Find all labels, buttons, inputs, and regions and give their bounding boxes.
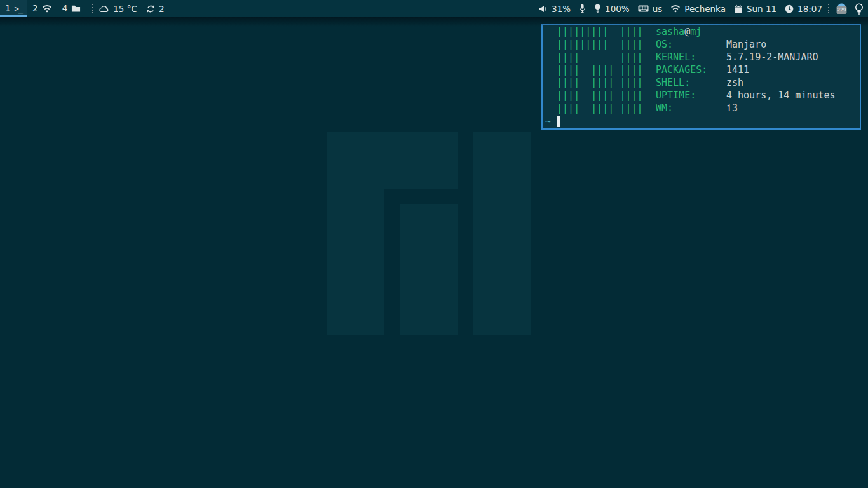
refresh-icon	[146, 4, 155, 13]
wifi-icon	[42, 4, 52, 13]
ascii-logo-line: |||| |||| ||||	[545, 89, 656, 102]
speaker-icon	[539, 5, 548, 13]
cloud-icon	[98, 5, 109, 13]
updates-widget[interactable]: 2	[146, 0, 165, 17]
clock-icon	[785, 4, 794, 13]
volume-level: 31%	[552, 4, 571, 14]
ascii-logo-line: |||| |||| ||||	[545, 76, 656, 89]
manjaro-logo-top-bar	[384, 132, 458, 189]
workspace-4-button[interactable]: 4	[57, 0, 86, 17]
time-value: 18:07	[797, 4, 822, 14]
fetch-label: SHELL:	[656, 76, 726, 89]
fetch-row: |||| |||| KERNEL: 5.7.19-2-MANJARO	[545, 51, 860, 64]
shell-prompt: ~	[545, 114, 860, 128]
fetch-row: |||| |||| |||| SHELL: zsh	[545, 76, 860, 89]
terminal-prompt-icon: >_	[15, 4, 22, 13]
wifi-icon	[670, 4, 681, 13]
fetch-label: WM:	[656, 102, 726, 114]
bar-separator	[92, 4, 93, 13]
fetch-hostname: mj	[690, 26, 702, 37]
prompt-path: ~	[545, 115, 551, 128]
microphone-icon	[579, 4, 586, 13]
manjaro-logo-right-bar	[473, 132, 531, 335]
bar-separator	[828, 4, 829, 13]
messenger-unread-count: 229	[837, 7, 846, 13]
workspace-2-label: 2	[32, 4, 38, 13]
fetch-label: OS:	[656, 38, 726, 51]
weather-widget[interactable]: 15 °C	[98, 0, 137, 17]
lamp-icon[interactable]	[855, 3, 864, 15]
fetch-row: |||| |||| |||| PACKAGES: 1411	[545, 64, 860, 76]
desktop: 1 >_ 2 4 15 °C	[0, 0, 868, 488]
date-value: Sun 11	[747, 4, 776, 14]
wifi-widget[interactable]: Pechenka	[670, 4, 726, 14]
fetch-value: zsh	[726, 76, 743, 89]
manjaro-logo-left-bar	[327, 132, 384, 335]
brightness-widget[interactable]: 100%	[594, 4, 630, 14]
ascii-logo-line: |||| ||||	[545, 51, 656, 64]
keyboard-layout-value: us	[653, 4, 663, 14]
fetch-user-host: sasha@mj	[656, 25, 726, 38]
fetch-row: |||| |||| |||| WM: i3	[545, 102, 860, 114]
wifi-network-name: Pechenka	[684, 4, 726, 14]
workspace-4-label: 4	[62, 4, 68, 13]
microphone-widget[interactable]	[579, 4, 586, 13]
fetch-at-sign: @	[684, 26, 690, 37]
workspace-switcher: 1 >_ 2 4	[0, 0, 86, 17]
fetch-value: 5.7.19-2-MANJARO	[726, 51, 818, 64]
fetch-row: |||| |||| |||| UPTIME: 4 hours, 14 minut…	[545, 89, 860, 102]
fetch-label: UPTIME:	[656, 89, 726, 102]
terminal-window[interactable]: ||||||||| |||| sasha@mj ||||||||| |||| O…	[541, 24, 861, 130]
keyboard-icon	[638, 5, 649, 12]
workspace-2-button[interactable]: 2	[27, 0, 57, 17]
ascii-logo-line: ||||||||| ||||	[545, 25, 656, 38]
messenger-tray-icon[interactable]: 229	[835, 3, 848, 15]
calendar-icon	[734, 4, 743, 13]
terminal-cursor	[557, 116, 560, 127]
fetch-username: sasha	[656, 26, 684, 37]
fetch-label: PACKAGES:	[656, 64, 726, 76]
system-tray: 229	[835, 3, 864, 15]
fetch-value: 4 hours, 14 minutes	[726, 89, 836, 102]
manjaro-logo-middle-bar	[400, 204, 458, 335]
folder-icon	[71, 4, 81, 13]
clock-widget[interactable]: 18:07	[785, 4, 822, 14]
date-widget[interactable]: Sun 11	[734, 4, 776, 14]
ascii-logo-line: |||| |||| ||||	[545, 102, 656, 114]
fetch-label: KERNEL:	[656, 51, 726, 64]
ascii-logo-line: |||| |||| ||||	[545, 64, 656, 76]
workspace-1-button[interactable]: 1 >_	[0, 0, 27, 17]
keyboard-layout-widget[interactable]: us	[638, 4, 663, 14]
brightness-level: 100%	[605, 4, 630, 14]
updates-count: 2	[159, 4, 165, 14]
status-area: 31% 100% us	[539, 0, 868, 17]
fetch-value: Manjaro	[726, 38, 766, 51]
workspace-1-label: 1	[5, 4, 11, 13]
fetch-row: ||||||||| |||| OS: Manjaro	[545, 38, 860, 51]
volume-widget[interactable]: 31%	[539, 4, 571, 14]
fetch-value: i3	[726, 102, 738, 114]
taskbar: 1 >_ 2 4 15 °C	[0, 0, 868, 17]
ascii-logo-line: ||||||||| ||||	[545, 38, 656, 51]
fetch-row: ||||||||| |||| sasha@mj	[545, 25, 860, 38]
fetch-value: 1411	[726, 64, 749, 76]
weather-temperature: 15 °C	[113, 4, 137, 14]
lightbulb-icon	[594, 4, 601, 13]
